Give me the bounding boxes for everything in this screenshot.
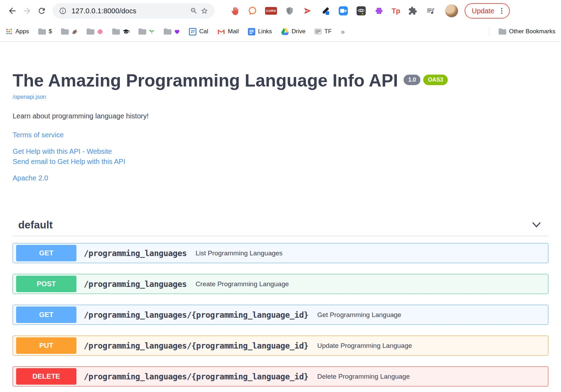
folder-icon — [87, 28, 94, 35]
bookmarks-bar: Apps $ 27 Cal — [0, 22, 561, 42]
reload-button[interactable] — [34, 4, 49, 18]
brain-emoji — [97, 29, 103, 34]
page-title: The Amazing Programming Language Info AP… — [13, 71, 398, 90]
bookmark-folder-dollar[interactable]: $ — [38, 28, 52, 35]
other-bookmarks-label: Other Bookmarks — [509, 28, 555, 35]
tf-icon — [315, 29, 322, 34]
chevron-down-icon[interactable] — [532, 222, 541, 228]
help-email-link[interactable]: Send email to Get Help with this API — [13, 157, 125, 167]
links-icon — [248, 28, 255, 35]
bookmark-drive[interactable]: Drive — [281, 28, 306, 35]
update-button[interactable]: Update — [465, 3, 510, 19]
horse-emoji — [72, 29, 77, 34]
url-text[interactable]: 127.0.0.1:8000/docs — [72, 7, 189, 15]
queue-music-icon[interactable] — [425, 6, 436, 16]
method-badge[interactable]: GET — [16, 245, 76, 261]
bookmarks-overflow-chevron[interactable]: » — [341, 28, 345, 36]
method-badge[interactable]: POST — [16, 276, 76, 292]
browser-toolbar: 127.0.0.1:8000/docs CORS — [0, 0, 561, 22]
profile-avatar[interactable] — [445, 4, 458, 18]
method-badge[interactable]: DELETE — [16, 368, 76, 385]
folder-icon — [164, 28, 171, 35]
bookmark-calendar[interactable]: 27 Cal — [189, 28, 208, 35]
endpoint-summary: Delete Programming Language — [317, 373, 410, 380]
endpoint-path: /programming_languages/{programming_lang… — [84, 310, 309, 319]
endpoint-path: /programming_languages/{programming_lang… — [84, 372, 309, 381]
folder-icon — [499, 28, 506, 35]
bookmarks-divider — [489, 27, 489, 36]
bookmark-links[interactable]: Links — [248, 28, 272, 35]
folder-icon — [38, 28, 46, 35]
endpoint-row-post-create[interactable]: POST /programming_languages Create Progr… — [13, 274, 548, 294]
method-badge[interactable]: PUT — [16, 337, 76, 354]
forward-button[interactable] — [20, 4, 34, 18]
site-info-icon[interactable] — [58, 6, 68, 16]
calendar-icon: 27 — [189, 28, 196, 35]
apps-shortcut[interactable]: Apps — [6, 28, 29, 35]
section-header[interactable]: default — [13, 216, 548, 236]
endpoint-row-delete[interactable]: DELETE /programming_languages/{programmi… — [13, 366, 548, 386]
dollar-emoji: $ — [49, 28, 52, 35]
video-camera-extension-icon[interactable] — [338, 6, 349, 16]
bookmark-tf[interactable]: TF — [315, 28, 332, 35]
endpoint-summary: Create Programming Language — [196, 280, 289, 288]
back-arrow-icon — [7, 6, 17, 16]
default-tag-section: default GET /programming_languages List … — [13, 216, 548, 386]
bookmark-folder-heart[interactable] — [164, 28, 180, 35]
bookmark-folder-plant[interactable] — [138, 28, 155, 35]
tp-extension-icon[interactable]: Tp — [392, 7, 400, 15]
drive-icon — [281, 28, 289, 35]
folder-icon — [61, 28, 69, 35]
calendar-label: Cal — [199, 28, 208, 35]
links-label: Links — [258, 28, 272, 35]
bookmark-folder-brain[interactable] — [87, 28, 103, 35]
endpoint-path: /programming_languages — [84, 280, 187, 289]
help-website-link[interactable]: Get Help with this API - Website — [13, 146, 112, 157]
openapi-json-link[interactable]: /openapi.json — [13, 94, 46, 100]
flower-extension-icon[interactable] — [374, 6, 384, 16]
bookmark-folder-graduation[interactable] — [112, 28, 129, 35]
extensions-puzzle-icon[interactable] — [407, 6, 418, 16]
cors-extension-icon[interactable]: CORS — [265, 7, 277, 15]
license-link[interactable]: Apache 2.0 — [13, 173, 48, 183]
color-picker-extension-icon[interactable] — [320, 6, 331, 16]
other-bookmarks[interactable]: Other Bookmarks — [499, 28, 555, 35]
swagger-ui-page: The Amazing Programming Language Info AP… — [0, 42, 561, 386]
oas3-badge: OAS3 — [423, 75, 448, 85]
drive-label: Drive — [292, 28, 306, 35]
zoom-icon[interactable] — [189, 6, 199, 16]
api-title-block: The Amazing Programming Language Info AP… — [13, 71, 548, 90]
stop-hand-extension-icon[interactable] — [229, 6, 240, 16]
folder-icon — [138, 28, 146, 35]
api-description: Learn about programming language history… — [13, 112, 548, 120]
endpoint-path: /programming_languages/{programming_lang… — [84, 341, 309, 350]
method-badge[interactable]: GET — [16, 307, 76, 323]
gmail-icon — [217, 29, 225, 35]
shield-extension-icon[interactable] — [284, 6, 295, 16]
bookmark-folder-horse[interactable] — [61, 28, 77, 35]
endpoint-row-put-update[interactable]: PUT /programming_languages/{programming_… — [13, 336, 548, 356]
plant-emoji — [149, 29, 155, 34]
endpoint-row-get-list[interactable]: GET /programming_languages List Programm… — [13, 243, 548, 263]
endpoint-row-get-one[interactable]: GET /programming_languages/{programming_… — [13, 305, 548, 325]
endpoint-summary: Get Programming Language — [317, 311, 401, 319]
bookmark-mail[interactable]: Mail — [217, 28, 239, 35]
bookmark-star-icon[interactable] — [199, 6, 210, 16]
terms-of-service-link[interactable]: Terms of service — [13, 130, 64, 140]
chat-bubble-extension-icon[interactable] — [247, 6, 258, 16]
mail-label: Mail — [228, 28, 239, 35]
address-bar[interactable]: 127.0.0.1:8000/docs — [53, 3, 215, 19]
apps-label: Apps — [15, 28, 29, 35]
endpoint-summary: Update Programming Language — [317, 342, 412, 350]
send-arrow-extension-icon[interactable] — [302, 6, 313, 16]
endpoint-path: /programming_languages — [84, 249, 187, 258]
atom-extension-icon[interactable] — [356, 6, 366, 16]
tf-label: TF — [324, 28, 332, 35]
back-button[interactable] — [5, 4, 20, 18]
forward-arrow-icon — [22, 6, 32, 16]
version-badge: 1.0 — [404, 75, 420, 85]
menu-kebab-icon[interactable] — [498, 7, 506, 15]
update-label: Update — [472, 7, 494, 15]
browser-chrome: 127.0.0.1:8000/docs CORS — [0, 0, 561, 42]
title-badges: 1.0 OAS3 — [404, 75, 448, 85]
